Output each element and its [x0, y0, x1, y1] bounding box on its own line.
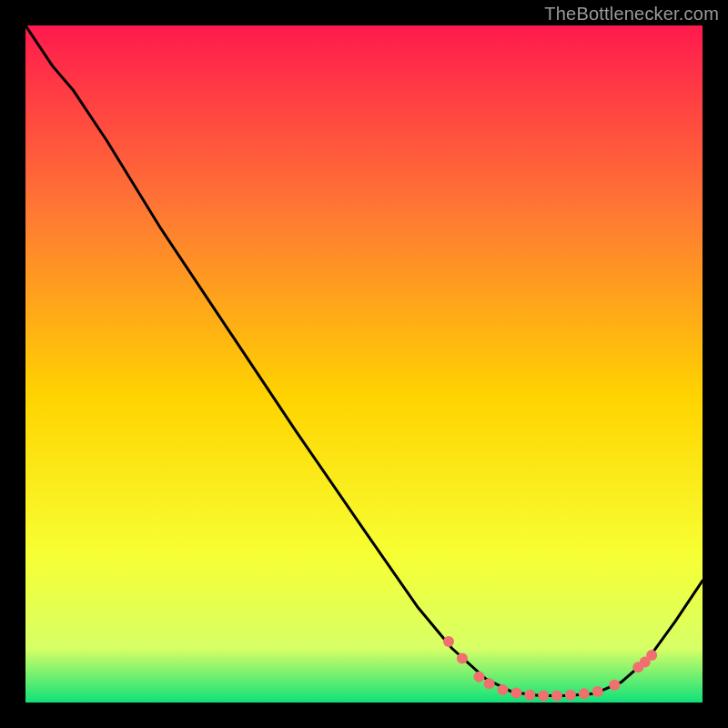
marker-point: [443, 636, 454, 647]
marker-point: [609, 680, 620, 691]
gradient-background: [25, 25, 703, 703]
marker-point: [646, 650, 657, 661]
marker-point: [551, 691, 562, 702]
marker-point: [538, 691, 549, 702]
marker-point: [565, 690, 576, 701]
marker-point: [511, 688, 521, 699]
marker-point: [484, 678, 495, 689]
bottleneck-chart: [25, 25, 703, 703]
marker-point: [592, 686, 603, 697]
marker-point: [474, 672, 485, 682]
marker-point: [579, 688, 590, 699]
watermark-text: TheBottlenecker.com: [544, 4, 719, 25]
marker-point: [498, 684, 509, 695]
marker-point: [457, 653, 468, 664]
marker-point: [524, 690, 535, 701]
